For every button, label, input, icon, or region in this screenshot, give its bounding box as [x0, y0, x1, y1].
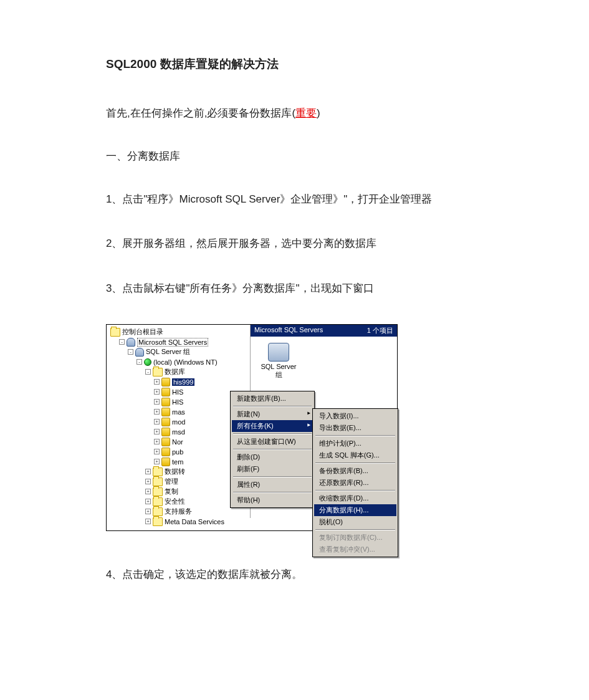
- step-2: 2、展开服务器组，然后展开服务器，选中要分离的数据库: [106, 235, 489, 252]
- expand-icon[interactable]: +: [154, 389, 160, 395]
- submenu-export[interactable]: 导出数据(E)...: [314, 422, 396, 434]
- step-1: 1、点击"程序》Microsoft SQL Server》企业管理》"，打开企业…: [106, 191, 489, 208]
- tree-folder-item[interactable]: +安全性: [110, 497, 250, 507]
- tree-local[interactable]: -(local) (Windows NT): [110, 357, 250, 367]
- tree-db-label: mod: [172, 418, 185, 426]
- menu-item-all-tasks[interactable]: 所有任务(K): [232, 420, 313, 432]
- menu-item-help[interactable]: 帮助(H): [232, 494, 313, 506]
- folder-icon: [153, 368, 163, 376]
- expand-icon[interactable]: +: [154, 449, 160, 454]
- menu-separator: [233, 492, 312, 493]
- database-icon: [161, 408, 170, 416]
- document-page: SQL2000 数据库置疑的解决方法 首先,在任何操作之前,必须要备份数据库(重…: [0, 0, 589, 700]
- database-icon: [161, 458, 170, 466]
- tree-local-label: (local) (Windows NT): [153, 358, 218, 366]
- tree-folder-label: 数据转: [165, 467, 185, 476]
- tree-db-label: tem: [172, 458, 183, 466]
- intro-suffix: ): [317, 107, 320, 119]
- menu-item-new-db[interactable]: 新建数据库(B)...: [232, 393, 313, 405]
- database-icon: [161, 448, 170, 456]
- submenu-import[interactable]: 导入数据(I)...: [314, 410, 396, 422]
- list-item-servergroup[interactable]: SQL Server 组: [251, 337, 300, 380]
- menu-separator: [315, 490, 395, 491]
- folder-icon: [153, 517, 163, 526]
- expand-icon[interactable]: +: [145, 469, 151, 474]
- menu-item-properties[interactable]: 属性(R): [232, 479, 313, 491]
- intro-emphasis: 重要: [295, 107, 317, 119]
- collapse-icon[interactable]: -: [128, 349, 133, 355]
- database-icon: [161, 438, 170, 446]
- server-group-icon: [135, 348, 144, 357]
- tree-db-item[interactable]: +msd: [110, 427, 250, 437]
- intro-prefix: 首先,在任何操作之前,必须要备份数据库(: [106, 107, 295, 119]
- tree-db-item[interactable]: +HIS: [110, 397, 250, 407]
- folder-icon: [153, 487, 163, 496]
- submenu-gen-script[interactable]: 生成 SQL 脚本(G)...: [314, 449, 396, 461]
- expand-icon[interactable]: +: [145, 519, 151, 524]
- submenu-shrink[interactable]: 收缩数据库(D)...: [314, 492, 396, 504]
- list-header-title: Microsoft SQL Servers: [254, 326, 323, 335]
- menu-item-delete[interactable]: 删除(D): [232, 451, 313, 463]
- database-icon: [161, 378, 170, 386]
- submenu-restore[interactable]: 还原数据库(R)...: [314, 477, 396, 489]
- expand-icon[interactable]: +: [154, 459, 160, 464]
- expand-icon[interactable]: +: [154, 439, 160, 444]
- tree-db-item[interactable]: +mas: [110, 407, 250, 417]
- tree-group[interactable]: -SQL Server 组: [110, 347, 250, 357]
- expand-icon[interactable]: +: [154, 409, 160, 415]
- expand-icon[interactable]: +: [154, 379, 160, 385]
- database-icon: [161, 388, 170, 396]
- menu-item-new[interactable]: 新建(N): [232, 408, 313, 420]
- tree-sqlservers[interactable]: -Microsoft SQL Servers: [110, 337, 250, 347]
- tree-root[interactable]: 控制台根目录: [110, 327, 250, 337]
- folder-icon: [110, 328, 120, 337]
- folder-icon: [153, 477, 163, 486]
- expand-icon[interactable]: +: [154, 419, 160, 424]
- tree-db-item[interactable]: +HIS: [110, 387, 250, 397]
- all-tasks-submenu: 导入数据(I)... 导出数据(E)... 维护计划(P)... 生成 SQL …: [312, 408, 398, 557]
- submenu-maint[interactable]: 维护计划(P)...: [314, 438, 396, 449]
- tree-folder-item[interactable]: +数据转: [110, 467, 250, 477]
- expand-icon[interactable]: +: [145, 489, 151, 494]
- submenu-offline[interactable]: 脱机(O): [314, 516, 396, 528]
- tree-group-label: SQL Server 组: [146, 347, 190, 357]
- expand-icon[interactable]: +: [145, 479, 151, 484]
- section-heading-1: 一、分离数据库: [106, 149, 489, 163]
- tree-db-label: mas: [172, 408, 185, 416]
- tree-db-label: pub: [172, 448, 183, 456]
- tree-db-selected[interactable]: +his999: [110, 377, 250, 387]
- submenu-copy-sub: 复制订阅数据库(C)...: [314, 532, 396, 544]
- tree-databases[interactable]: -数据库: [110, 367, 250, 377]
- server-group-large-icon: [268, 343, 289, 362]
- menu-item-refresh[interactable]: 刷新(F): [232, 463, 313, 475]
- collapse-icon[interactable]: -: [136, 359, 142, 365]
- tree-folder-label: 复制: [165, 487, 178, 496]
- expand-icon[interactable]: +: [154, 399, 160, 405]
- menu-separator: [315, 435, 395, 436]
- tree-folder-label: 支持服务: [165, 507, 192, 516]
- tree-db-item[interactable]: +tem: [110, 457, 250, 467]
- list-header-count: 1 个项目: [367, 326, 393, 335]
- submenu-view-conflict: 查看复制冲突(V)...: [314, 544, 396, 555]
- menu-separator: [233, 433, 312, 434]
- tree-folder-item[interactable]: +管理: [110, 477, 250, 487]
- document-title: SQL2000 数据库置疑的解决方法: [106, 56, 489, 72]
- tree-folder-item[interactable]: +Meta Data Services: [110, 517, 250, 527]
- expand-icon[interactable]: +: [154, 429, 160, 434]
- list-item-label1: SQL Server: [261, 363, 296, 370]
- tree-db-item[interactable]: +Nor: [110, 437, 250, 447]
- submenu-backup[interactable]: 备份数据库(B)...: [314, 465, 396, 477]
- collapse-icon[interactable]: -: [119, 339, 125, 345]
- expand-icon[interactable]: +: [145, 499, 151, 504]
- tree-db-item[interactable]: +mod: [110, 417, 250, 427]
- expand-icon[interactable]: +: [145, 509, 151, 514]
- menu-item-new-window[interactable]: 从这里创建窗口(W): [232, 436, 313, 448]
- folder-icon: [153, 467, 163, 476]
- tree-folder-item[interactable]: +复制: [110, 487, 250, 497]
- collapse-icon[interactable]: -: [145, 369, 151, 375]
- submenu-detach[interactable]: 分离数据库(H)...: [314, 504, 396, 516]
- database-icon: [161, 418, 170, 426]
- server-running-icon: [144, 358, 151, 366]
- tree-folder-item[interactable]: +支持服务: [110, 507, 250, 517]
- tree-db-item[interactable]: +pub: [110, 447, 250, 457]
